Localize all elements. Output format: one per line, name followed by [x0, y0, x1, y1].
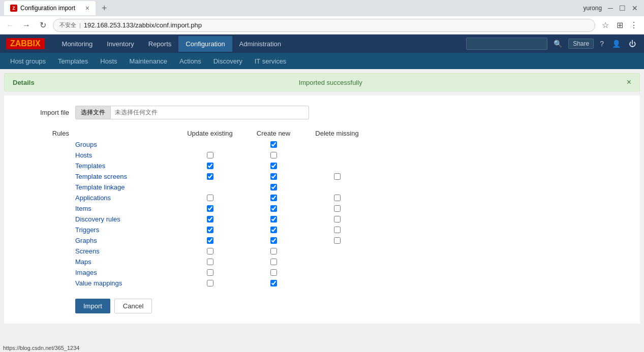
- table-row: Applications: [75, 193, 630, 203]
- rules-header: Update existing Create new Delete missin…: [75, 127, 630, 139]
- table-row: Templates: [75, 161, 630, 171]
- rule-create-checkbox[interactable]: [270, 248, 277, 254]
- user-icon[interactable]: 👤: [610, 39, 623, 49]
- rule-update-checkbox[interactable]: [207, 237, 213, 244]
- rule-delete-checkbox[interactable]: [334, 227, 341, 233]
- help-icon[interactable]: ?: [598, 39, 606, 49]
- rule-name: Groups: [75, 141, 177, 148]
- rule-update-checkbox[interactable]: [207, 205, 213, 212]
- subnav-discovery[interactable]: Discovery: [207, 54, 249, 68]
- extensions-btn[interactable]: ⊞: [614, 19, 626, 31]
- rules-label: Rules: [14, 127, 75, 289]
- nav-administration[interactable]: Administration: [232, 36, 288, 52]
- rule-name: Screens: [75, 247, 177, 255]
- global-search-input[interactable]: [466, 38, 547, 50]
- rule-create-checkbox[interactable]: [270, 163, 277, 169]
- rule-create-checkbox[interactable]: [270, 280, 277, 286]
- zabbix-logo[interactable]: ZABBIX: [6, 38, 45, 49]
- col-update-header: Update existing: [177, 130, 243, 137]
- cancel-btn[interactable]: Cancel: [114, 299, 152, 313]
- table-row: Maps: [75, 257, 630, 267]
- menu-btn[interactable]: ⋮: [628, 19, 640, 31]
- rule-create-cell: [243, 237, 304, 244]
- rule-create-checkbox[interactable]: [270, 184, 277, 190]
- url-text: 192.168.253.133/zabbix/conf.import.php: [84, 21, 202, 29]
- rule-delete-cell: [304, 227, 370, 233]
- forward-btn[interactable]: →: [20, 19, 33, 31]
- subnav-hosts[interactable]: Hosts: [94, 54, 123, 68]
- details-label[interactable]: Details: [13, 79, 35, 86]
- rule-update-checkbox[interactable]: [207, 163, 213, 169]
- nav-monitoring[interactable]: Monitoring: [55, 36, 100, 52]
- search-icon[interactable]: 🔍: [551, 39, 564, 49]
- success-banner: Details Imported successfully ×: [4, 73, 640, 91]
- rule-delete-checkbox[interactable]: [334, 205, 341, 212]
- rule-update-checkbox[interactable]: [207, 269, 213, 276]
- zabbix-header: ZABBIX Monitoring Inventory Reports Conf…: [0, 35, 644, 53]
- table-row: Hosts: [75, 150, 630, 161]
- back-btn[interactable]: ←: [4, 19, 16, 31]
- rule-create-checkbox[interactable]: [270, 216, 277, 222]
- rule-update-checkbox[interactable]: [207, 280, 213, 286]
- rule-create-cell: [243, 259, 304, 265]
- table-row: Groups: [75, 139, 630, 150]
- new-tab-btn[interactable]: +: [102, 3, 107, 14]
- window-close-btn[interactable]: ✕: [632, 4, 638, 12]
- rule-update-cell: [177, 195, 243, 201]
- rules-rows: GroupsHostsTemplatesTemplate screensTemp…: [75, 139, 630, 289]
- import-btn[interactable]: Import: [75, 299, 110, 313]
- rule-update-checkbox[interactable]: [207, 152, 213, 158]
- nav-configuration[interactable]: Configuration: [178, 36, 232, 52]
- rule-create-cell: [243, 195, 304, 201]
- rule-create-checkbox[interactable]: [270, 195, 277, 201]
- browser-actions: ☆ ⊞ ⋮: [599, 19, 640, 31]
- logout-icon[interactable]: ⏻: [627, 39, 638, 49]
- rule-delete-checkbox[interactable]: [334, 195, 341, 201]
- sub-nav: Host groups Templates Hosts Maintenance …: [0, 53, 644, 69]
- address-bar: ← → ↻ 不安全 | 192.168.253.133/zabbix/conf.…: [0, 16, 644, 35]
- file-choose-btn[interactable]: 选择文件: [76, 106, 111, 119]
- minimize-btn[interactable]: ─: [608, 4, 613, 12]
- banner-close-btn[interactable]: ×: [627, 78, 631, 87]
- browser-tab[interactable]: Z Configuration import ×: [4, 1, 96, 15]
- rule-delete-checkbox[interactable]: [334, 216, 341, 222]
- share-btn[interactable]: Share: [568, 39, 594, 49]
- rule-create-checkbox[interactable]: [270, 269, 277, 276]
- rule-create-cell: [243, 184, 304, 190]
- rule-delete-checkbox[interactable]: [334, 173, 341, 180]
- rule-update-checkbox[interactable]: [207, 259, 213, 265]
- rule-create-checkbox[interactable]: [270, 173, 277, 180]
- rule-update-checkbox[interactable]: [207, 227, 213, 233]
- subnav-maintenance[interactable]: Maintenance: [124, 54, 173, 68]
- rule-update-checkbox[interactable]: [207, 216, 213, 222]
- rule-create-checkbox[interactable]: [270, 205, 277, 212]
- rule-delete-cell: [304, 205, 370, 212]
- rule-update-checkbox[interactable]: [207, 248, 213, 254]
- rule-create-checkbox[interactable]: [270, 259, 277, 265]
- rule-create-checkbox[interactable]: [270, 237, 277, 244]
- tab-close-btn[interactable]: ×: [85, 4, 89, 12]
- subnav-actions[interactable]: Actions: [173, 54, 207, 68]
- bookmark-btn[interactable]: ☆: [599, 19, 611, 31]
- import-file-label: Import file: [14, 109, 75, 116]
- url-bar[interactable]: 不安全 | 192.168.253.133/zabbix/conf.import…: [53, 19, 595, 32]
- rule-create-cell: [243, 141, 304, 148]
- rule-update-cell: [177, 173, 243, 180]
- rule-update-checkbox[interactable]: [207, 173, 213, 180]
- rule-create-checkbox[interactable]: [270, 141, 277, 148]
- rule-delete-checkbox[interactable]: [334, 237, 341, 244]
- rule-name: Hosts: [75, 151, 177, 159]
- header-right: 🔍 Share ? 👤 ⏻: [466, 38, 638, 50]
- subnav-it-services[interactable]: IT services: [249, 54, 293, 68]
- table-row: Items: [75, 203, 630, 214]
- nav-inventory[interactable]: Inventory: [100, 36, 141, 52]
- rule-name: Template linkage: [75, 183, 177, 191]
- maximize-btn[interactable]: ☐: [619, 4, 626, 12]
- rule-update-checkbox[interactable]: [207, 195, 213, 201]
- subnav-templates[interactable]: Templates: [52, 54, 94, 68]
- subnav-host-groups[interactable]: Host groups: [4, 54, 52, 68]
- rule-create-checkbox[interactable]: [270, 152, 277, 158]
- refresh-btn[interactable]: ↻: [37, 19, 49, 31]
- nav-reports[interactable]: Reports: [141, 36, 179, 52]
- rule-create-checkbox[interactable]: [270, 227, 277, 233]
